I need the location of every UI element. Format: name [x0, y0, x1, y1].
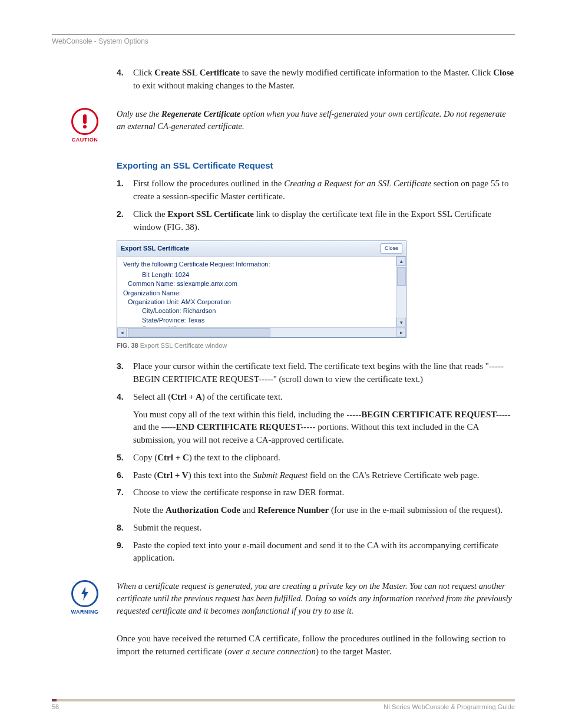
caution-label: CAUTION [71, 136, 99, 144]
figure-caption: FIG. 38 Export SSL Certificate window [117, 341, 515, 351]
caution-text: Only use the Regenerate Certificate opti… [117, 108, 515, 133]
lightning-icon [78, 586, 91, 601]
footer-rule [52, 699, 515, 701]
step-4b: 4. Select all (Ctrl + A) of the certific… [117, 391, 515, 447]
scroll-left-icon[interactable]: ◂ [117, 328, 127, 337]
step-4-num: 4. [117, 67, 124, 78]
certificate-text-area[interactable]: Verify the following Certificate Request… [117, 256, 396, 327]
warning-text: When a certificate request is generated,… [117, 580, 515, 617]
step-8: 8. Submit the request. [117, 522, 515, 535]
closing-paragraph: Once you have received the returned CA c… [117, 633, 515, 658]
breadcrumb: WebConsole - System Options [52, 37, 515, 45]
cert-header: Verify the following Certificate Request… [123, 260, 390, 269]
warning-icon: WARNING [71, 580, 99, 616]
step-9: 9. Paste the copied text into your e-mai… [117, 539, 515, 565]
step-7: 7. Choose to view the certificate respon… [117, 486, 515, 517]
scroll-thumb[interactable] [397, 267, 406, 286]
scroll-up-icon[interactable]: ▴ [396, 256, 406, 266]
header-rule [52, 34, 515, 35]
step-4-text: Click Create SSL Certificate to save the… [133, 68, 514, 90]
figure-titlebar: Export SSL Certificate Close [117, 241, 406, 256]
step-4b-note: You must copy all of the text within thi… [133, 409, 515, 447]
doc-title: NI Series WebConsole & Programming Guide [384, 703, 515, 710]
page-number: 56 [52, 703, 59, 710]
step-7-note: Note the Authorization Code and Referenc… [133, 504, 515, 517]
step-6: 6. Paste (Ctrl + V) this text into the S… [117, 469, 515, 482]
step-1: 1. First follow the procedures outlined … [117, 177, 515, 203]
vertical-scrollbar[interactable]: ▴ ▾ [396, 256, 406, 327]
warning-label: WARNING [71, 608, 99, 616]
caution-callout: CAUTION Only use the Regenerate Certific… [71, 108, 515, 144]
section-title: Exporting an SSL Certificate Request [117, 159, 515, 172]
figure-title: Export SSL Certificate [121, 244, 189, 253]
scroll-right-icon[interactable]: ▸ [396, 328, 406, 337]
scroll-thumb-h[interactable] [128, 328, 270, 337]
caution-icon: CAUTION [71, 108, 99, 144]
scroll-down-icon[interactable]: ▾ [396, 318, 406, 327]
figure-export-ssl-window: Export SSL Certificate Close Verify the … [117, 241, 406, 338]
step-3: 3. Place your cursor within the certific… [117, 360, 515, 386]
page-footer: 56 NI Series WebConsole & Programming Gu… [52, 699, 515, 710]
step-4: 4. Click Create SSL Certificate to save … [117, 67, 515, 93]
close-button[interactable]: Close [381, 243, 402, 253]
horizontal-scrollbar[interactable]: ◂ ▸ [117, 327, 406, 337]
warning-callout: WARNING When a certificate request is ge… [71, 580, 515, 617]
step-5: 5. Copy (Ctrl + C) the text to the clipb… [117, 452, 515, 465]
step-2: 2. Click the Export SSL Certificate link… [117, 208, 515, 234]
